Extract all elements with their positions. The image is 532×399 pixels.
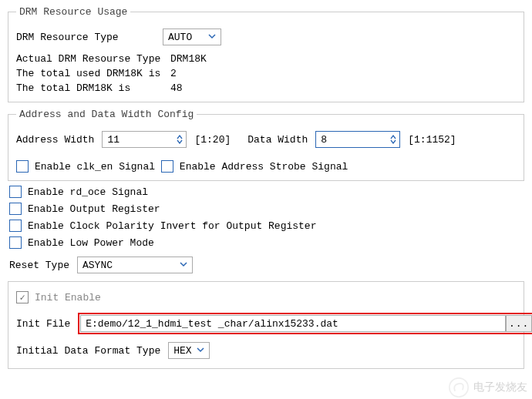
enable-clk-en-label: Enable clk_en Signal (35, 161, 155, 173)
drm-type-select[interactable]: AUTO (163, 28, 221, 45)
watermark: 电子发烧友 (449, 377, 527, 397)
address-width-range: [1:20] (194, 134, 231, 146)
drm-type-label: DRM Resource Type (16, 32, 155, 43)
checkbox-box-icon (161, 160, 173, 173)
data-width-range: [1:1152] (408, 134, 456, 146)
init-enable-checkbox: ✓ Init Enable (16, 291, 101, 303)
enable-clk-en-checkbox[interactable]: Enable clk_en Signal (16, 160, 155, 173)
checkbox-box-icon (9, 203, 22, 215)
enable-low-power-label: Enable Low Power Mode (28, 237, 154, 249)
init-file-label: Init File (16, 318, 70, 330)
drm-resource-usage-group: DRM Resource Usage DRM Resource Type AUT… (8, 6, 524, 102)
address-data-width-group: Address and Data Width Config Address Wi… (8, 109, 524, 181)
init-file-value: E:demo/12_1_hdmi_test _char/alinx15233.d… (86, 318, 338, 330)
enable-address-strobe-checkbox[interactable]: Enable Address Strobe Signal (161, 160, 348, 173)
initial-data-format-value: HEX (173, 345, 191, 357)
checkbox-box-icon (9, 186, 22, 198)
reset-type-value: ASYNC (82, 260, 113, 271)
reset-type-select[interactable]: ASYNC (77, 256, 193, 273)
init-file-input[interactable]: E:demo/12_1_hdmi_test _char/alinx15233.d… (80, 315, 506, 332)
chevron-down-icon (180, 260, 187, 271)
drm-type-value: AUTO (168, 32, 192, 43)
options-section: Enable rd_oce Signal Enable Output Regis… (9, 186, 523, 273)
enable-address-strobe-label: Enable Address Strobe Signal (180, 161, 348, 173)
total-used-label: The total used DRM18K is (16, 68, 170, 79)
spin-arrows-icon[interactable] (390, 135, 396, 144)
actual-drm-label: Actual DRM Resourse Type (16, 53, 170, 65)
checkbox-box-icon (9, 236, 22, 249)
chevron-down-icon (197, 345, 204, 357)
enable-low-power-checkbox[interactable]: Enable Low Power Mode (9, 236, 523, 249)
watermark-text: 电子发烧友 (473, 381, 527, 394)
enable-clock-polarity-checkbox[interactable]: Enable Clock Polarity Invert for Output … (9, 220, 523, 232)
initial-data-format-label: Initial Data Format Type (16, 345, 160, 357)
reset-type-label: Reset Type (9, 260, 69, 271)
address-width-label: Address Width (16, 134, 94, 146)
total-drm-label: The total DRM18K is (16, 82, 170, 94)
spin-arrows-icon[interactable] (177, 135, 183, 144)
chevron-down-icon (208, 32, 216, 43)
enable-clock-polarity-label: Enable Clock Polarity Invert for Output … (28, 220, 316, 232)
data-width-input[interactable]: 8 (315, 131, 400, 148)
watermark-logo-icon (449, 377, 469, 397)
address-width-input[interactable]: 11 (102, 131, 187, 148)
addr-legend: Address and Data Width Config (16, 109, 197, 120)
enable-rd-oce-label: Enable rd_oce Signal (28, 186, 148, 198)
enable-output-register-checkbox[interactable]: Enable Output Register (9, 203, 523, 215)
enable-rd-oce-checkbox[interactable]: Enable rd_oce Signal (9, 186, 523, 198)
init-enable-label: Init Enable (35, 292, 101, 303)
total-used-value: 2 (170, 68, 177, 79)
init-file-highlight: E:demo/12_1_hdmi_test _char/alinx15233.d… (78, 313, 532, 334)
checkbox-box-icon (9, 220, 22, 232)
enable-output-register-label: Enable Output Register (28, 203, 160, 215)
initial-data-format-select[interactable]: HEX (168, 342, 210, 359)
checkbox-checked-icon: ✓ (16, 291, 29, 303)
address-width-value: 11 (107, 134, 120, 146)
drm-legend: DRM Resource Usage (16, 6, 130, 18)
total-drm-value: 48 (170, 82, 183, 94)
data-width-label: Data Width (247, 134, 308, 146)
init-group: ✓ Init Enable Init File E:demo/12_1_hdmi… (8, 281, 524, 369)
svg-point-0 (450, 378, 468, 397)
data-width-value: 8 (321, 134, 327, 146)
browse-button[interactable]: ... (506, 315, 532, 332)
checkbox-box-icon (16, 160, 29, 173)
actual-drm-value: DRM18K (170, 53, 207, 65)
